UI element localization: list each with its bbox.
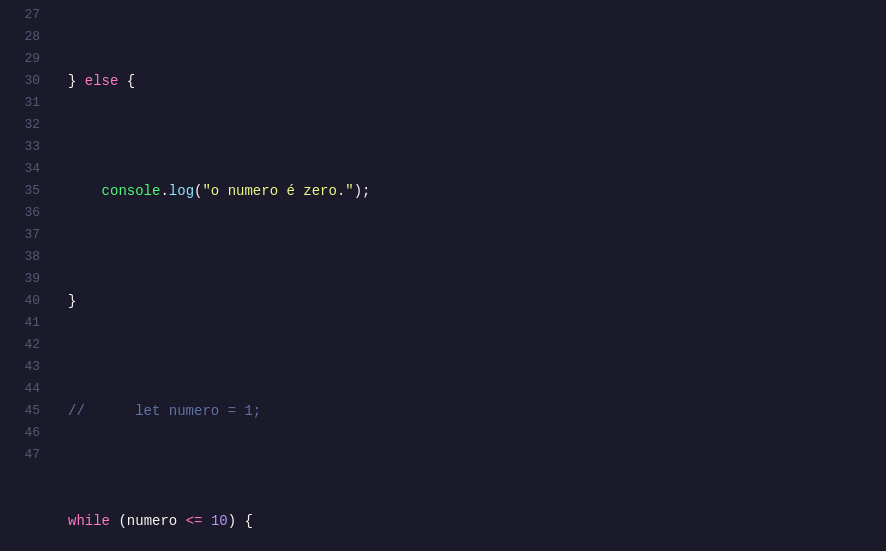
line-number: 39	[8, 268, 40, 290]
line-number: 44	[8, 378, 40, 400]
line-number: 33	[8, 136, 40, 158]
code-line: } else {	[68, 70, 870, 92]
line-numbers: 27 28 29 30 31 32 33 34 35 36 37 38 39 4…	[0, 4, 52, 547]
code-line: while (numero <= 10) {	[68, 510, 870, 532]
line-number: 38	[8, 246, 40, 268]
code-editor: 27 28 29 30 31 32 33 34 35 36 37 38 39 4…	[0, 0, 886, 551]
line-number: 35	[8, 180, 40, 202]
line-number: 30	[8, 70, 40, 92]
line-number: 40	[8, 290, 40, 312]
code-line: // let numero = 1;	[68, 400, 870, 422]
line-number: 32	[8, 114, 40, 136]
line-number: 34	[8, 158, 40, 180]
code-line: }	[68, 290, 870, 312]
line-number: 41	[8, 312, 40, 334]
line-number: 43	[8, 356, 40, 378]
line-number: 29	[8, 48, 40, 70]
line-number: 45	[8, 400, 40, 422]
line-number: 31	[8, 92, 40, 114]
line-number: 42	[8, 334, 40, 356]
line-number: 47	[8, 444, 40, 466]
code-content[interactable]: } else { console.log("o numero é zero.")…	[52, 4, 886, 547]
line-number: 46	[8, 422, 40, 444]
line-number: 27	[8, 4, 40, 26]
line-number: 36	[8, 202, 40, 224]
line-number: 37	[8, 224, 40, 246]
code-line: console.log("o numero é zero.");	[68, 180, 870, 202]
line-number: 28	[8, 26, 40, 48]
